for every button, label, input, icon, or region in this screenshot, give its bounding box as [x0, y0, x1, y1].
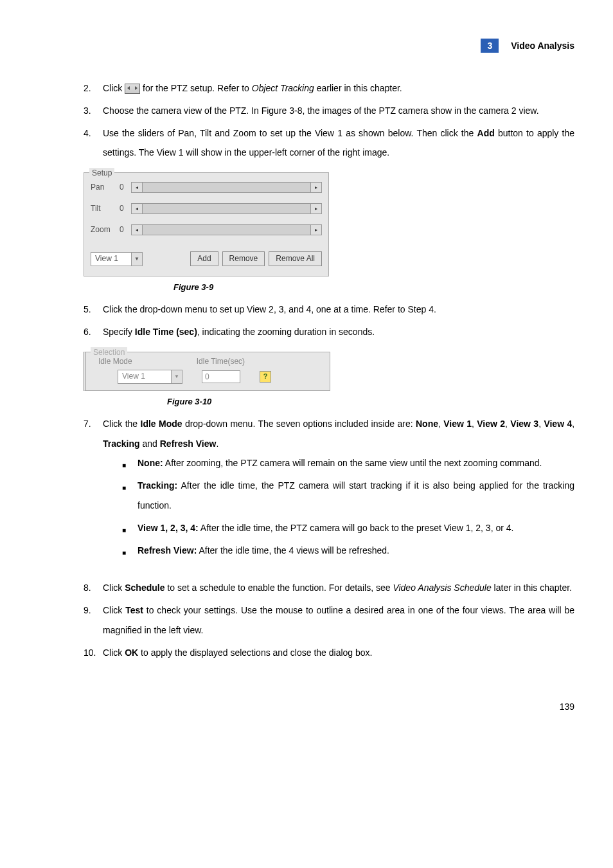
- step-7-sublist: ■ None: After zooming, the PTZ camera wi…: [122, 453, 574, 560]
- view-select[interactable]: View 1 ▼: [91, 252, 143, 266]
- zoom-label: Zoom: [91, 224, 120, 235]
- scroll-right-icon[interactable]: ▸: [310, 204, 321, 213]
- add-button[interactable]: Add: [190, 251, 218, 266]
- chapter-number-badge: 3: [481, 39, 499, 53]
- chevron-down-icon[interactable]: ▼: [171, 370, 182, 383]
- tilt-value: 0: [120, 203, 131, 214]
- step-7: 7. Click the Idle Mode drop-down menu. T…: [84, 414, 574, 563]
- setup-button-row: View 1 ▼ Add Remove Remove All: [91, 251, 322, 266]
- page-number: 139: [39, 701, 574, 712]
- zoom-slider-row: Zoom 0 ◂ ▸: [91, 224, 322, 235]
- square-bullet-icon: ■: [122, 476, 138, 516]
- idle-mode-select[interactable]: View 1 ▼: [118, 370, 182, 384]
- idle-time-label: Idle Time(sec): [197, 356, 245, 367]
- pan-slider[interactable]: ◂ ▸: [131, 182, 322, 193]
- sub-view1234: ■ View 1, 2, 3, 4: After the idle time, …: [122, 518, 574, 538]
- figure-3-10-caption: Figure 3-10: [167, 396, 574, 408]
- tilt-slider-row: Tilt 0 ◂ ▸: [91, 203, 322, 214]
- scroll-right-icon[interactable]: ▸: [310, 183, 321, 192]
- tilt-slider[interactable]: ◂ ▸: [131, 203, 322, 214]
- pan-label: Pan: [91, 182, 120, 193]
- chapter-header: 3 Video Analysis: [39, 39, 574, 53]
- step-5: 5. Click the drop-down menu to set up Vi…: [84, 300, 574, 320]
- scroll-left-icon[interactable]: ◂: [132, 183, 143, 192]
- pan-value: 0: [120, 182, 131, 193]
- figure-3-10: Selection Idle Mode Idle Time(sec) View …: [84, 352, 574, 408]
- step-8: 8. Click Schedule to set a schedule to e…: [84, 578, 574, 598]
- idle-time-input[interactable]: 0: [202, 370, 240, 383]
- scroll-left-icon[interactable]: ◂: [132, 225, 143, 235]
- chevron-down-icon[interactable]: ▼: [131, 253, 142, 266]
- square-bullet-icon: ■: [122, 518, 138, 538]
- body-content: 2. Click for the PTZ setup. Refer to Obj…: [84, 78, 574, 663]
- help-icon[interactable]: ?: [260, 371, 271, 383]
- square-bullet-icon: ■: [122, 453, 138, 473]
- zoom-value: 0: [120, 224, 131, 235]
- sub-refresh: ■ Refresh View: After the idle time, the…: [122, 541, 574, 561]
- tilt-label: Tilt: [91, 203, 120, 214]
- square-bullet-icon: ■: [122, 541, 138, 561]
- pan-slider-row: Pan 0 ◂ ▸: [91, 182, 322, 193]
- step-4: 4. Use the sliders of Pan, Tilt and Zoom…: [84, 123, 574, 163]
- remove-all-button[interactable]: Remove All: [269, 251, 322, 266]
- chapter-title: Video Analysis: [511, 41, 574, 51]
- scroll-left-icon[interactable]: ◂: [132, 204, 143, 213]
- figure-3-9-caption: Figure 3-9: [173, 282, 574, 293]
- remove-button[interactable]: Remove: [222, 251, 265, 266]
- step-3: 3. Choose the camera view of the PTZ. In…: [84, 101, 574, 121]
- sub-tracking: ■ Tracking: After the idle time, the PTZ…: [122, 476, 574, 516]
- step-6: 6. Specify Idle Time (sec), indicating t…: [84, 322, 574, 342]
- step-9: 9. Click Test to check your settings. Us…: [84, 601, 574, 640]
- sub-none: ■ None: After zooming, the PTZ camera wi…: [122, 453, 574, 473]
- step-10: 10. Click OK to apply the displayed sele…: [84, 643, 574, 663]
- figure-3-9: Setup Pan 0 ◂ ▸ Tilt 0 ◂: [84, 172, 574, 293]
- setup-groupbox-title: Setup: [89, 168, 114, 179]
- ptz-setup-icon: [125, 84, 140, 94]
- step-2: 2. Click for the PTZ setup. Refer to Obj…: [84, 78, 574, 98]
- selection-groupbox: Selection Idle Mode Idle Time(sec) View …: [84, 352, 330, 391]
- scroll-right-icon[interactable]: ▸: [310, 225, 321, 235]
- selection-groupbox-title: Selection: [91, 347, 127, 358]
- zoom-slider[interactable]: ◂ ▸: [131, 224, 322, 235]
- setup-groupbox: Setup Pan 0 ◂ ▸ Tilt 0 ◂: [84, 172, 329, 276]
